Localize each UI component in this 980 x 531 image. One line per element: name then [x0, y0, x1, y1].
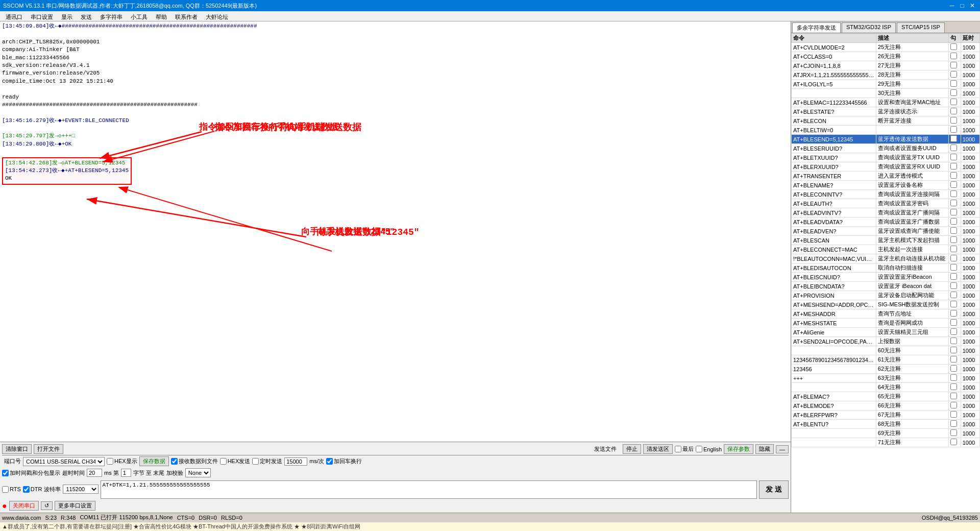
table-row[interactable]: 69无注释1000	[792, 429, 980, 438]
tab-stm32[interactable]: STM32/GD32 ISP	[842, 22, 896, 33]
table-cell-check[interactable]	[949, 429, 961, 438]
table-row[interactable]: AT+AliGenie设置天猫精灵三元组1000	[792, 328, 980, 337]
table-cell-check[interactable]	[949, 172, 961, 181]
table-cell-check[interactable]	[949, 227, 961, 236]
clear-send-button[interactable]: 清发送区	[643, 444, 673, 454]
menu-port-settings[interactable]: 串口设置	[27, 12, 57, 20]
table-row[interactable]: AT+BLEMAC=112233445566设置和查询蓝牙MAC地址1000	[792, 98, 980, 107]
table-row[interactable]: AT+BLESCAN蓝牙主机模式下发起扫描1000	[792, 236, 980, 245]
page-num-input[interactable]	[121, 469, 131, 477]
stop-button[interactable]: 停止	[623, 444, 641, 454]
dtr-checkbox[interactable]	[23, 486, 30, 493]
row-checkbox[interactable]	[950, 135, 957, 142]
menu-display[interactable]: 显示	[58, 12, 76, 20]
table-row[interactable]: AT+BLESTATE?蓝牙连接状态示1000	[792, 107, 980, 116]
table-row[interactable]: ATJRX=1,1,21.555555555555555555555528无注释…	[792, 70, 980, 80]
table-row[interactable]: AT+MESHSTATE查询是否网网成功1000	[792, 319, 980, 328]
menu-help[interactable]: 帮助	[152, 12, 170, 20]
send-button[interactable]: 发 送	[759, 480, 789, 499]
save-params-button[interactable]: 保存参数	[724, 444, 753, 454]
table-cell-check[interactable]	[949, 374, 961, 383]
table-cell-check[interactable]	[949, 107, 961, 116]
table-row[interactable]: AT+BLEMAC?65无注释1000	[792, 392, 980, 401]
table-cell-check[interactable]	[949, 273, 961, 282]
port-select[interactable]: COM11 USB-SERIAL CH340	[23, 457, 105, 466]
table-row[interactable]: AT+SEND2ALI=OPCODE,PARAM上报数据1000	[792, 337, 980, 346]
table-cell-check[interactable]	[949, 43, 961, 52]
table-cell-check[interactable]	[949, 291, 961, 300]
table-cell-check[interactable]	[949, 328, 961, 337]
row-checkbox[interactable]	[950, 181, 957, 188]
table-row[interactable]: AT+BLERFPWR?67无注释1000	[792, 411, 980, 420]
terminal-output[interactable]: [13:45:09.804]收←◆#######################…	[0, 21, 791, 442]
rts-checkbox[interactable]	[2, 486, 9, 493]
table-cell-check[interactable]	[949, 126, 961, 135]
table-cell-check[interactable]	[949, 70, 961, 80]
table-cell-check[interactable]	[949, 438, 961, 447]
row-checkbox[interactable]	[950, 411, 957, 418]
hex-display-checkbox[interactable]	[107, 458, 113, 465]
table-cell-check[interactable]	[949, 89, 961, 98]
row-checkbox[interactable]	[950, 420, 957, 427]
row-checkbox[interactable]	[950, 439, 957, 445]
latest-checkbox-label[interactable]: 最后	[675, 445, 694, 453]
menu-send[interactable]: 发送	[77, 12, 95, 20]
minimize-button[interactable]: ─	[947, 1, 957, 10]
table-row[interactable]: AT+BLEISCNUID?设置设置蓝牙iBeacon1000	[792, 273, 980, 282]
row-checkbox[interactable]	[950, 99, 957, 105]
row-checkbox[interactable]	[950, 347, 957, 353]
table-row[interactable]: AT+BLENTU?68无注释1000	[792, 420, 980, 429]
table-row[interactable]: AT+BLEDISAUTOCON取消自动扫描连接1000	[792, 263, 980, 273]
table-cell-check[interactable]	[949, 116, 961, 126]
table-cell-check[interactable]	[949, 383, 961, 392]
row-checkbox[interactable]	[950, 402, 957, 408]
menu-multistring[interactable]: 多字符串	[96, 12, 126, 20]
row-checkbox[interactable]	[950, 227, 957, 234]
menu-comm-port[interactable]: 通讯口	[2, 12, 26, 20]
row-checkbox[interactable]	[950, 163, 957, 170]
table-row[interactable]: AT+BLECONNECT=MAC主机发起一次连接1000	[792, 245, 980, 254]
table-cell-check[interactable]	[949, 144, 961, 153]
row-checkbox[interactable]	[950, 273, 957, 280]
table-cell-check[interactable]	[949, 208, 961, 218]
timeout-input[interactable]	[87, 469, 102, 477]
table-cell-check[interactable]	[949, 162, 961, 172]
table-row[interactable]: AT+BLENAME?设置蓝牙设备名称1000	[792, 181, 980, 190]
table-row[interactable]: AT+PROVISION蓝牙设备启动配网功能1000	[792, 291, 980, 300]
table-row[interactable]: AT+BLEMODE?66无注释1000	[792, 401, 980, 411]
row-checkbox[interactable]	[950, 172, 957, 179]
table-row[interactable]: AT+BLECONINTV?查询或设置蓝牙连接间隔1000	[792, 190, 980, 199]
row-checkbox[interactable]	[950, 80, 957, 87]
row-checkbox[interactable]	[950, 374, 957, 381]
tab-stc[interactable]: STC/IAP15 ISP	[897, 22, 945, 33]
row-checkbox[interactable]	[950, 200, 957, 206]
menu-forum[interactable]: 大虾论坛	[202, 12, 232, 20]
send-textbox[interactable]: AT+DTK=1,1.21.555555555555555555	[101, 480, 757, 499]
table-cell-check[interactable]	[949, 337, 961, 346]
table-row[interactable]: AT+BLERXUUID?查询或设置蓝牙RX UUID1000	[792, 162, 980, 172]
table-cell-check[interactable]	[949, 309, 961, 319]
table-cell-check[interactable]	[949, 181, 961, 190]
row-checkbox[interactable]	[950, 154, 957, 160]
table-cell-check[interactable]	[949, 365, 961, 374]
row-checkbox[interactable]	[950, 144, 957, 151]
cr-lf-label[interactable]: 加回车换行	[326, 457, 362, 465]
hide-button[interactable]: 隐藏	[755, 444, 774, 454]
table-row[interactable]: 30无注释1000	[792, 89, 980, 98]
checksum-select[interactable]: None	[185, 468, 211, 477]
save-data-button[interactable]: 保存数据	[139, 456, 169, 466]
row-checkbox[interactable]	[950, 328, 957, 335]
row-checkbox[interactable]	[950, 53, 957, 59]
table-row[interactable]: AT+BLECON断开蓝牙连接1000	[792, 116, 980, 126]
menu-contact[interactable]: 联系作者	[172, 12, 201, 20]
row-checkbox[interactable]	[950, 319, 957, 326]
table-row[interactable]: AT+BLETXUUID?查询或设置蓝牙TX UUID1000	[792, 153, 980, 162]
row-checkbox[interactable]	[950, 117, 957, 124]
table-cell-check[interactable]	[949, 52, 961, 61]
timed-send-input[interactable]	[284, 457, 307, 466]
table-cell-check[interactable]	[949, 199, 961, 208]
row-checkbox[interactable]	[950, 71, 957, 78]
recv-to-file-label[interactable]: 接收数据到文件	[171, 457, 218, 465]
table-cell-check[interactable]	[949, 245, 961, 254]
table-cell-check[interactable]	[949, 153, 961, 162]
